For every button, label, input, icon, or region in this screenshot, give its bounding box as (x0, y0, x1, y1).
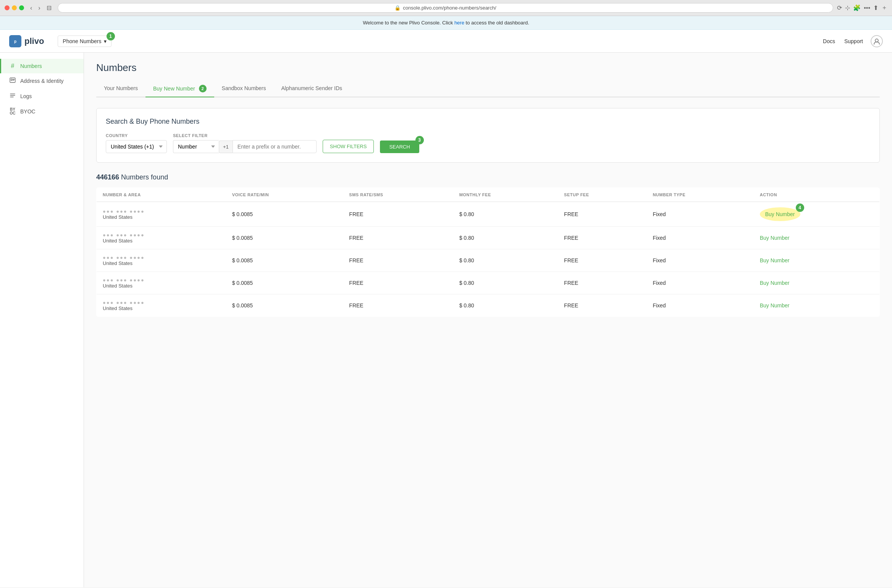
sidebar-item-numbers[interactable]: # Numbers (0, 59, 84, 73)
country-name-3: United States (103, 283, 220, 289)
col-action: ACTION (754, 188, 880, 202)
results-title: 446166 Numbers found (96, 173, 880, 181)
buy-number-link-1[interactable]: Buy Number (760, 235, 790, 241)
prefix-badge: +1 (219, 141, 233, 153)
sidebar-item-numbers-label: Numbers (20, 63, 42, 69)
cell-voice-3: $ 0.0085 (226, 272, 343, 294)
col-number-type: NUMBER TYPE (646, 188, 753, 202)
numbers-icon: # (9, 63, 16, 69)
sidebar-item-logs[interactable]: Logs (0, 89, 84, 104)
url-text: console.plivo.com/phone-numbers/search/ (403, 5, 496, 11)
cell-voice-4: $ 0.0085 (226, 294, 343, 317)
cell-voice-2: $ 0.0085 (226, 249, 343, 272)
step1-badge: 1 (107, 32, 115, 40)
announcement-banner: Welcome to the new Plivo Console. Click … (0, 16, 892, 30)
forward-button[interactable]: › (36, 3, 42, 12)
sidebar-item-logs-label: Logs (20, 93, 32, 99)
share-button[interactable]: ⬆ (873, 4, 878, 12)
search-input[interactable] (233, 140, 317, 153)
announcement-text: Welcome to the new Plivo Console. Click (363, 20, 454, 26)
results-count: 446166 (96, 173, 119, 181)
cell-action-4: Buy Number (754, 294, 880, 317)
cell-voice-0: $ 0.0085 (226, 202, 343, 227)
extensions-button[interactable]: 🧩 (853, 4, 861, 12)
country-name-1: United States (103, 238, 220, 244)
buy-number-link-4[interactable]: Buy Number (760, 302, 790, 309)
dropdown-arrow-icon: ▾ (104, 38, 107, 44)
table-header-row: NUMBER & AREA VOICE RATE/MIN SMS RATE/SM… (97, 188, 880, 202)
buy-number-link-3[interactable]: Buy Number (760, 280, 790, 286)
svg-point-2 (875, 39, 878, 42)
cell-monthly-0: $ 0.80 (453, 202, 558, 227)
col-setup-fee: SETUP FEE (558, 188, 646, 202)
tab-your-numbers-label: Your Numbers (104, 85, 138, 91)
cell-sms-1: FREE (343, 227, 453, 249)
show-filters-button[interactable]: SHOW FILTERS (323, 140, 374, 153)
cell-action-1: Buy Number (754, 227, 880, 249)
new-tab-button[interactable]: ＋ (881, 4, 887, 12)
search-button[interactable]: SEARCH (380, 141, 419, 153)
docs-link[interactable]: Docs (823, 38, 835, 44)
sidebar-toggle-button[interactable]: ⊟ (44, 3, 54, 12)
announcement-link[interactable]: here (454, 20, 464, 26)
cell-monthly-2: $ 0.80 (453, 249, 558, 272)
cell-monthly-3: $ 0.80 (453, 272, 558, 294)
reload-button[interactable]: ⟳ (837, 4, 842, 12)
cell-setup-0: FREE (558, 202, 646, 227)
cell-number-2: ●●● ●●● ●●●● United States (97, 249, 226, 272)
sidebar-item-byoc[interactable]: BYOC BYOC (0, 104, 84, 119)
buy-number-link-2[interactable]: Buy Number (760, 257, 790, 263)
svg-text:p: p (14, 39, 16, 44)
url-bar[interactable]: 🔒 console.plivo.com/phone-numbers/search… (58, 3, 834, 13)
number-blurred-4: ●●● ●●● ●●●● (103, 300, 220, 305)
traffic-lights (5, 5, 24, 10)
cell-number-0: ●●● ●●● ●●●● United States (97, 202, 226, 227)
logs-icon (9, 92, 16, 100)
bookmark-button[interactable]: ⊹ (845, 4, 850, 12)
sidebar: # Numbers Address & Identity (0, 53, 84, 587)
cell-type-4: Fixed (646, 294, 753, 317)
more-button[interactable]: ••• (864, 4, 870, 12)
results-table: NUMBER & AREA VOICE RATE/MIN SMS RATE/SM… (96, 187, 880, 317)
support-link[interactable]: Support (844, 38, 863, 44)
tabs: Your Numbers Buy New Number 2 Sandbox Nu… (96, 81, 880, 97)
page-title: Numbers (96, 62, 880, 74)
close-button[interactable] (5, 5, 10, 10)
address-identity-icon (9, 77, 16, 85)
sidebar-item-address-identity[interactable]: Address & Identity (0, 73, 84, 89)
cell-setup-1: FREE (558, 227, 646, 249)
tab-buy-badge: 2 (199, 85, 207, 92)
cell-action-0: Buy Number 4 (754, 202, 880, 227)
filter-input-group: Number +1 (173, 140, 317, 153)
country-select[interactable]: United States (+1) (106, 140, 167, 153)
tab-your-numbers[interactable]: Your Numbers (96, 81, 145, 97)
svg-point-4 (11, 79, 13, 81)
user-avatar[interactable] (871, 35, 883, 47)
app-container: p plivo Phone Numbers ▾ 1 Docs Support # (0, 30, 892, 587)
byoc-icon: BYOC (9, 108, 16, 115)
cell-monthly-4: $ 0.80 (453, 294, 558, 317)
maximize-button[interactable] (19, 5, 24, 10)
buy-number-link-0[interactable]: Buy Number (765, 211, 795, 217)
step3-badge: 3 (415, 136, 424, 144)
phone-numbers-dropdown[interactable]: Phone Numbers ▾ 1 (58, 36, 111, 47)
search-btn-wrapper: SEARCH 3 (380, 141, 419, 153)
tab-alphanumeric[interactable]: Alphanumeric Sender IDs (274, 81, 350, 97)
top-nav: p plivo Phone Numbers ▾ 1 Docs Support (0, 30, 892, 53)
minimize-button[interactable] (12, 5, 17, 10)
step4-badge: 4 (796, 204, 804, 212)
back-button[interactable]: ‹ (28, 3, 34, 12)
cell-action-2: Buy Number (754, 249, 880, 272)
tab-sandbox-numbers[interactable]: Sandbox Numbers (214, 81, 274, 97)
number-blurred-0: ●●● ●●● ●●●● (103, 208, 220, 214)
results-area: 446166 Numbers found NUMBER & AREA VOICE… (96, 173, 880, 317)
browser-chrome: ‹ › ⊟ 🔒 console.plivo.com/phone-numbers/… (0, 0, 892, 16)
cell-setup-4: FREE (558, 294, 646, 317)
filter-type-select[interactable]: Number (173, 140, 219, 153)
sidebar-item-byoc-label: BYOC (20, 108, 36, 115)
tab-buy-new-number[interactable]: Buy New Number 2 (145, 81, 214, 97)
top-nav-links: Docs Support (823, 38, 863, 44)
nav-buttons: ‹ › ⊟ (28, 3, 54, 12)
table-row: ●●● ●●● ●●●● United States $ 0.0085 FREE… (97, 249, 880, 272)
table-row: ●●● ●●● ●●●● United States $ 0.0085 FREE… (97, 272, 880, 294)
